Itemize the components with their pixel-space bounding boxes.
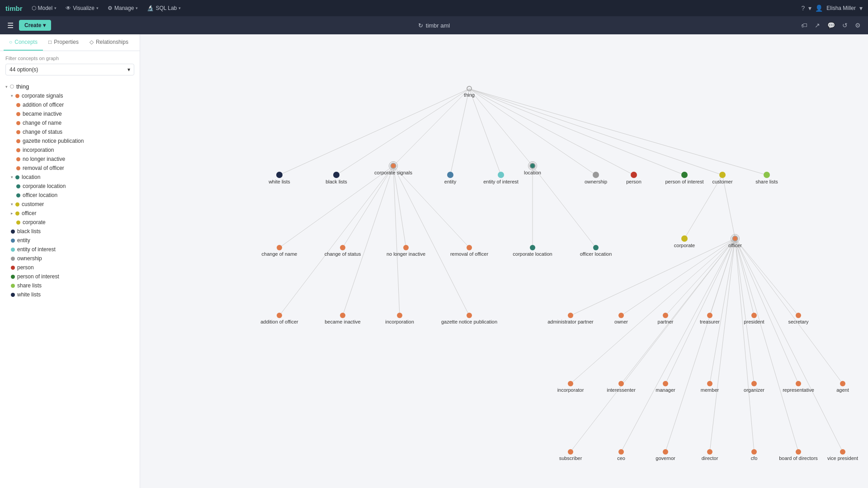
graph-node-owner[interactable]: [618, 313, 624, 318]
tree-item-corporate-signals[interactable]: ▾corporate signals: [0, 91, 140, 100]
tree-item-label: white lists: [17, 291, 41, 298]
graph-edge: [469, 89, 634, 175]
help-icon[interactable]: ?: [802, 5, 805, 12]
tree-item-entity-of-interest[interactable]: entity of interest: [0, 245, 140, 254]
graph-node-incorporator[interactable]: [568, 381, 573, 386]
graph-node-member[interactable]: [707, 381, 712, 386]
graph-node-corporate[interactable]: [681, 235, 688, 242]
graph-node-ownership[interactable]: [593, 172, 599, 178]
tree-item-thing[interactable]: ▾thing: [0, 82, 140, 91]
tree-item-label: corporate: [23, 219, 46, 225]
tab-concepts[interactable]: ○ Concepts: [4, 34, 43, 51]
color-dot: [11, 230, 15, 234]
graph-node-ceo[interactable]: [618, 449, 624, 455]
tree-item-person-of-interest[interactable]: person of interest: [0, 272, 140, 281]
tree-item-label: became inactive: [23, 111, 62, 117]
graph-node-entity_of_interest[interactable]: [498, 172, 504, 178]
tree-item-corporate[interactable]: corporate: [0, 218, 140, 227]
hamburger-menu[interactable]: ☰: [7, 21, 14, 30]
tree-item-customer[interactable]: ▾customer: [0, 200, 140, 209]
graph-node-black_lists[interactable]: [333, 172, 340, 178]
graph-node-became_inactive[interactable]: [340, 313, 345, 318]
graph-node-officer[interactable]: [732, 235, 738, 242]
chat-icon[interactable]: 💬: [827, 22, 835, 29]
tree-item-change-of-status[interactable]: change of status: [0, 127, 140, 136]
graph-node-president[interactable]: [751, 313, 757, 318]
filter-dropdown[interactable]: 44 option(s) ▾: [5, 64, 134, 75]
tree-item-no-longer-inactive[interactable]: no longer inactive: [0, 155, 140, 164]
graph-node-gazette_notice_pub[interactable]: [467, 313, 472, 318]
settings-icon[interactable]: ⚙: [855, 22, 861, 29]
share-icon[interactable]: ↗: [815, 22, 820, 29]
graph-node-organizer[interactable]: [751, 381, 757, 386]
graph-node-change_of_status[interactable]: [340, 245, 345, 250]
graph-node-partner[interactable]: [663, 313, 668, 318]
color-dot: [11, 266, 15, 270]
nav-model[interactable]: ⬡ Model ▾: [28, 3, 61, 13]
tree-item-white-lists[interactable]: white lists: [0, 290, 140, 299]
graph-node-vice_president[interactable]: [840, 449, 845, 455]
create-button[interactable]: Create ▾: [19, 20, 51, 31]
graph-node-person_of_interest[interactable]: [681, 172, 688, 178]
graph-node-customer[interactable]: [719, 172, 726, 178]
graph-node-entity[interactable]: [447, 172, 453, 178]
chevron-down-icon[interactable]: ▾: [859, 5, 863, 12]
graph-node-agent[interactable]: [840, 381, 845, 386]
tree-item-share-lists[interactable]: share lists: [0, 281, 140, 290]
color-dot: [11, 293, 15, 297]
chevron-down-icon[interactable]: ▾: [808, 5, 811, 12]
tree-item-change-of-name[interactable]: change of name: [0, 118, 140, 127]
graph-node-secretary[interactable]: [796, 313, 801, 318]
graph-node-administrator_partner[interactable]: [568, 313, 573, 318]
tree-item-entity[interactable]: entity: [0, 236, 140, 245]
graph-node-thing[interactable]: [467, 86, 472, 91]
graph-area[interactable]: thingwhite listsblack listscorporate sig…: [140, 34, 868, 488]
tab-properties[interactable]: □ Properties: [43, 34, 84, 51]
graph-node-governor[interactable]: [663, 449, 668, 455]
graph-node-white_lists[interactable]: [276, 172, 283, 178]
tree-item-black-lists[interactable]: black lists: [0, 227, 140, 236]
tree-item-incorporation[interactable]: incorporation: [0, 145, 140, 155]
chevron-icon: ▾: [11, 94, 13, 98]
tab-relationships[interactable]: ◇ Relationships: [84, 34, 134, 51]
tree-item-officer[interactable]: ▸officer: [0, 209, 140, 218]
graph-node-person[interactable]: [631, 172, 637, 178]
graph-node-officer_location[interactable]: [593, 245, 599, 250]
graph-node-addition_of_officer[interactable]: [277, 313, 282, 318]
tree-item-addition-of-officer[interactable]: addition of officer: [0, 100, 140, 109]
graph-edge: [469, 89, 722, 175]
graph-node-board_of_directors[interactable]: [796, 449, 801, 455]
tree-item-gazette-notice-publication[interactable]: gazette notice publication: [0, 136, 140, 145]
filter-value: 44 option(s): [9, 66, 38, 73]
graph-node-no_longer_inactive[interactable]: [403, 245, 409, 250]
graph-node-removal_of_officer[interactable]: [467, 245, 472, 250]
tree-item-person[interactable]: person: [0, 263, 140, 272]
tree-item-location[interactable]: ▾location: [0, 173, 140, 182]
graph-node-director[interactable]: [707, 449, 712, 455]
graph-node-treasurer[interactable]: [707, 313, 712, 318]
tree-item-became-inactive[interactable]: became inactive: [0, 109, 140, 118]
graph-node-manager[interactable]: [663, 381, 668, 386]
graph-node-interessenter[interactable]: [618, 381, 624, 386]
graph-node-share_lists[interactable]: [764, 172, 770, 178]
graph-node-change_of_name[interactable]: [277, 245, 282, 250]
nav-visualize[interactable]: 👁 Visualize ▾: [62, 3, 102, 13]
tree-item-officer-location[interactable]: officer location: [0, 191, 140, 200]
tree-item-removal-of-officer[interactable]: removal of officer: [0, 164, 140, 173]
graph-node-cfo[interactable]: [751, 449, 757, 455]
graph-node-representative[interactable]: [796, 381, 801, 386]
sidebar: ○ Concepts □ Properties ◇ Relationships …: [0, 34, 140, 488]
history-icon[interactable]: ↺: [842, 22, 848, 29]
tag-icon[interactable]: 🏷: [801, 22, 807, 29]
graph-node-subscriber[interactable]: [568, 449, 573, 455]
nav-manage[interactable]: ⚙ Manage ▾: [104, 3, 142, 13]
nav-sqllab[interactable]: 🔬 SQL Lab ▾: [143, 3, 184, 13]
graph-node-corporate_location[interactable]: [530, 245, 535, 250]
tree-item-ownership[interactable]: ownership: [0, 254, 140, 263]
graph-node-corporate_signals[interactable]: [390, 163, 396, 169]
tree-item-corporate-location[interactable]: corporate location: [0, 182, 140, 191]
tree-item-label: black lists: [17, 228, 41, 235]
graph-node-incorporation[interactable]: [397, 313, 402, 318]
graph-node-location[interactable]: [529, 163, 536, 169]
color-dot: [16, 193, 20, 197]
